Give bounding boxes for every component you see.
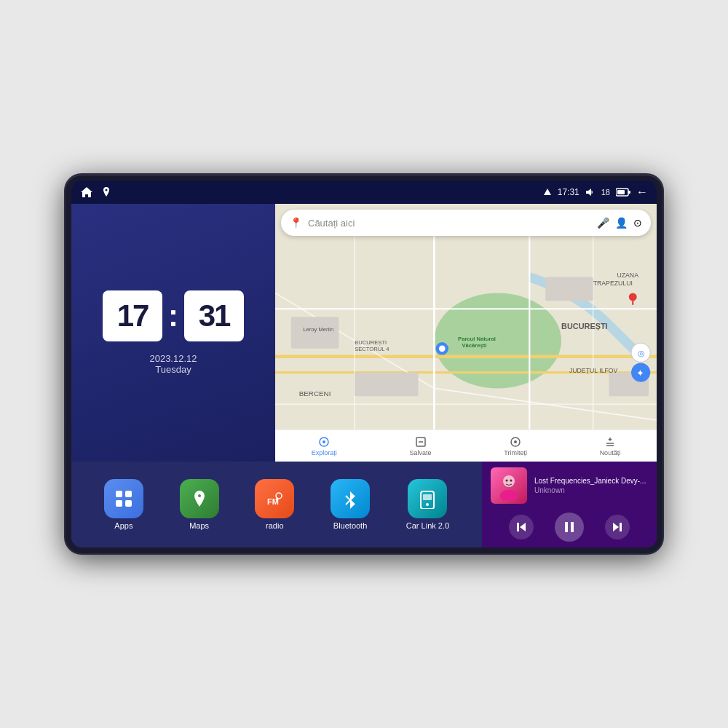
svg-text:BUCUREȘTI: BUCUREȘTI: [355, 339, 387, 346]
map-search-bar[interactable]: 📍 Căutați aici 🎤 👤 ⊙: [281, 210, 651, 236]
app-item-radio[interactable]: FM radio: [255, 479, 294, 530]
svg-text:BUCUREȘTI: BUCUREȘTI: [561, 322, 608, 331]
map-nav-send-label: Trimiteți: [504, 449, 527, 456]
svg-rect-54: [423, 494, 432, 500]
clock-date: 2023.12.12 Tuesday: [149, 353, 197, 375]
next-button[interactable]: [605, 515, 630, 539]
map-nav-send[interactable]: Trimiteți: [504, 436, 527, 456]
radio-icon: FM: [255, 479, 294, 518]
svg-text:TRAPEZULUI: TRAPEZULUI: [593, 280, 633, 287]
app-item-apps[interactable]: Apps: [104, 479, 143, 530]
app-item-carlink[interactable]: Car Link 2.0: [406, 479, 449, 530]
svg-marker-64: [613, 523, 619, 531]
svg-rect-62: [565, 522, 568, 532]
svg-point-20: [439, 345, 446, 352]
map-nav-news-label: Noutăți: [600, 449, 621, 456]
map-nav-explore-label: Explorați: [312, 449, 337, 456]
clock-hours: 17: [103, 290, 162, 341]
svg-point-43: [514, 440, 517, 443]
home-icon[interactable]: [80, 186, 93, 198]
clock-minutes: 31: [184, 290, 244, 341]
map-search-text[interactable]: Căutați aici: [308, 218, 591, 229]
svg-rect-46: [116, 500, 122, 507]
svg-rect-65: [620, 523, 622, 531]
clock-display: 17 : 31: [103, 290, 244, 341]
svg-text:Parcul Natural: Parcul Natural: [458, 336, 496, 342]
svg-rect-61: [517, 523, 519, 531]
map-nav-saved[interactable]: Salvate: [410, 436, 432, 456]
music-top: Lost Frequencies_Janieck Devy-... Unknow…: [491, 467, 648, 504]
svg-rect-45: [125, 491, 132, 497]
maps-label: Maps: [189, 521, 209, 530]
svg-rect-15: [291, 317, 339, 349]
svg-point-32: [629, 293, 637, 301]
battery-icon: [616, 188, 630, 197]
app-item-bluetooth[interactable]: Bluetooth: [331, 479, 370, 530]
map-mic-icon[interactable]: 🎤: [597, 217, 609, 229]
carlink-icon: [408, 479, 447, 518]
map-nav-saved-label: Salvate: [410, 449, 432, 456]
svg-rect-1: [617, 190, 625, 194]
map-background: BUCUREȘTI JUDEȚUL ILFOV TRAPEZULUI BERCE…: [275, 204, 657, 462]
svg-point-57: [500, 490, 518, 500]
app-dock: Apps Maps: [71, 462, 482, 547]
prev-button[interactable]: [509, 515, 534, 539]
map-widget[interactable]: BUCUREȘTI JUDEȚUL ILFOV TRAPEZULUI BERCE…: [275, 204, 657, 462]
device-shell: 17:31 18 ←: [66, 175, 662, 553]
map-nav-explore[interactable]: Explorați: [312, 436, 337, 456]
svg-rect-44: [116, 491, 122, 497]
bluetooth-label: Bluetooth: [333, 521, 367, 530]
svg-text:◎: ◎: [638, 349, 645, 357]
carlink-label: Car Link 2.0: [406, 521, 449, 530]
status-left: [80, 186, 112, 198]
map-avatar-icon[interactable]: 👤: [615, 217, 628, 229]
svg-rect-16: [355, 373, 418, 397]
svg-text:UZANA: UZANA: [617, 272, 638, 279]
svg-point-59: [510, 480, 513, 482]
svg-marker-60: [520, 523, 526, 531]
svg-point-39: [323, 440, 325, 443]
map-layers-icon[interactable]: ⊙: [633, 217, 642, 229]
music-artist: Unknown: [534, 486, 648, 494]
time-display: 17:31: [558, 187, 579, 197]
clock-separator: :: [168, 298, 178, 333]
svg-rect-2: [628, 191, 630, 194]
svg-rect-17: [545, 277, 593, 301]
svg-rect-47: [125, 500, 132, 507]
top-section: 17 : 31 2023.12.12 Tuesday: [71, 204, 657, 462]
status-right: 17:31 18 ←: [543, 186, 648, 199]
svg-text:BERCENI: BERCENI: [299, 389, 331, 397]
clock-widget: 17 : 31 2023.12.12 Tuesday: [71, 204, 275, 462]
svg-text:JUDEȚUL ILFOV: JUDEȚUL ILFOV: [569, 367, 618, 374]
svg-point-55: [426, 503, 429, 506]
app-item-maps[interactable]: Maps: [180, 479, 219, 530]
map-pin-icon: 📍: [290, 217, 302, 229]
map-bottom-bar: Explorați Salvate Trimiteți Noutăți: [275, 430, 657, 462]
svg-point-4: [434, 293, 561, 388]
maps-icon: [180, 479, 219, 518]
bottom-section: Apps Maps: [71, 462, 657, 547]
play-pause-button[interactable]: [555, 513, 584, 542]
back-button[interactable]: ←: [636, 186, 648, 199]
music-controls: [491, 513, 648, 542]
apps-label: Apps: [114, 521, 132, 530]
music-thumbnail: [491, 467, 527, 504]
svg-point-58: [506, 480, 508, 482]
apps-icon: [104, 479, 143, 518]
music-info: Lost Frequencies_Janieck Devy-... Unknow…: [534, 477, 648, 494]
signal-icon: [543, 188, 552, 197]
svg-text:SECTORUL 4: SECTORUL 4: [355, 346, 389, 352]
music-title: Lost Frequencies_Janieck Devy-...: [534, 477, 648, 485]
svg-text:✦: ✦: [636, 368, 644, 379]
svg-rect-63: [571, 522, 574, 532]
screen: 17:31 18 ←: [71, 181, 657, 547]
main-content: 17 : 31 2023.12.12 Tuesday: [71, 204, 657, 547]
location-icon[interactable]: [100, 186, 112, 198]
volume-level: 18: [601, 188, 610, 197]
radio-label: radio: [266, 521, 283, 530]
status-bar: 17:31 18 ←: [71, 181, 657, 204]
music-player: Lost Frequencies_Janieck Devy-... Unknow…: [482, 462, 657, 547]
svg-text:Văcărești: Văcărești: [462, 342, 487, 349]
bluetooth-icon: [331, 479, 370, 518]
map-nav-news[interactable]: Noutăți: [600, 436, 621, 456]
